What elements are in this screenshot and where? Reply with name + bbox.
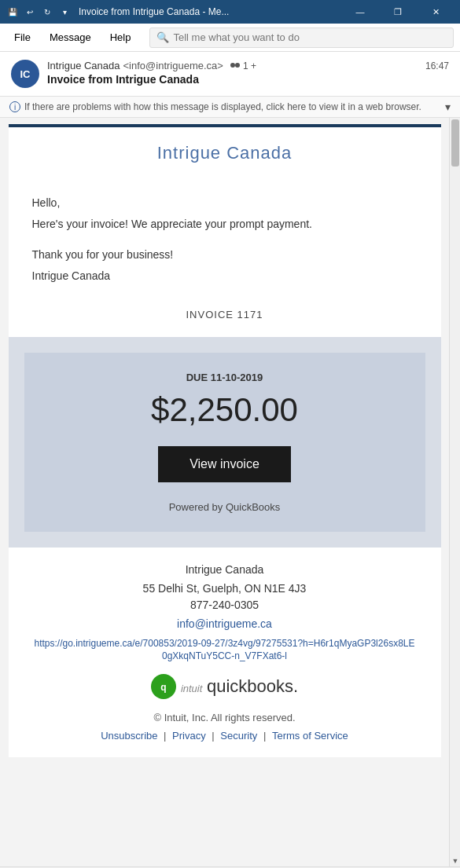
footer-link-container: https://go.intrigueme.ca/e/700853/2019-0… bbox=[32, 636, 418, 661]
window-title: Invoice from Intrigue Canada - Me... bbox=[79, 6, 342, 17]
search-icon: 🔍 bbox=[156, 31, 169, 43]
invoice-number: INVOICE 1171 bbox=[9, 305, 441, 324]
greeting: Hello, bbox=[32, 195, 418, 211]
footer-url-link[interactable]: https://go.intrigueme.ca/e/700853/2019-0… bbox=[34, 638, 414, 661]
info-bar-left: i If there are problems with how this me… bbox=[9, 101, 421, 112]
title-bar-icons: 💾 ↩ ↻ ▾ bbox=[6, 5, 71, 18]
invoice-inner: DUE 11-10-2019 $2,250.00 View invoice Po… bbox=[24, 353, 425, 532]
email-header: IC Intrigue Canada <info@intrigueme.ca> … bbox=[0, 52, 460, 97]
footer-company: Intrigue Canada bbox=[32, 563, 418, 576]
email-time: 16:47 bbox=[425, 60, 449, 71]
quickbooks-label: quickbooks. bbox=[207, 676, 298, 696]
qb-icon: q bbox=[151, 674, 176, 699]
invoice-amount: $2,250.00 bbox=[40, 391, 410, 429]
footer-address: 55 Delhi St, Guelph, ON N1E 4J3 bbox=[32, 582, 418, 595]
search-input[interactable] bbox=[173, 31, 447, 43]
message-menu[interactable]: Message bbox=[42, 28, 99, 46]
intuit-label: intuit bbox=[181, 683, 202, 694]
svg-point-0 bbox=[230, 63, 235, 68]
participants-icon: 1 + bbox=[230, 60, 256, 71]
sender-line: Intrigue Canada <info@intrigueme.ca> 1 +… bbox=[47, 60, 449, 71]
help-menu[interactable]: Help bbox=[102, 28, 139, 46]
view-invoice-button[interactable]: View invoice bbox=[158, 446, 291, 482]
refresh-icon[interactable]: ↻ bbox=[41, 5, 53, 18]
avatar: IC bbox=[11, 60, 39, 88]
invoice-box: DUE 11-10-2019 $2,250.00 View invoice Po… bbox=[9, 337, 441, 548]
participants-count: 1 + bbox=[243, 60, 256, 71]
scrollbar-thumb[interactable] bbox=[451, 119, 459, 167]
footer-info: Intrigue Canada 55 Delhi St, Guelph, ON … bbox=[9, 548, 441, 757]
more-icon[interactable]: ▾ bbox=[58, 5, 71, 18]
minimize-button[interactable]: — bbox=[342, 0, 378, 24]
separator-1: | bbox=[164, 730, 169, 742]
thank-you: Thank you for your business! bbox=[32, 247, 418, 263]
body-text: Here's your invoice! We appreciate your … bbox=[32, 216, 418, 233]
chevron-down-icon[interactable]: ▾ bbox=[445, 101, 451, 113]
sender-email: <info@intrigueme.ca> bbox=[123, 60, 223, 71]
info-message[interactable]: If there are problems with how this mess… bbox=[24, 101, 421, 112]
content-area: Intrigue Canada Hello, Here's your invoi… bbox=[0, 118, 460, 866]
window-controls: — ❐ ✕ bbox=[342, 0, 454, 24]
email-subject: Invoice from Intrigue Canada bbox=[47, 73, 449, 86]
scroll-down-arrow[interactable]: ▼ bbox=[450, 855, 460, 866]
footer-email-container: info@intrigueme.ca bbox=[32, 617, 418, 630]
save-icon[interactable]: 💾 bbox=[6, 5, 19, 18]
due-date: DUE 11-10-2019 bbox=[40, 372, 410, 383]
footer-phone: 877-240-0305 bbox=[32, 599, 418, 611]
search-bar[interactable]: 🔍 bbox=[149, 27, 454, 48]
undo-icon[interactable]: ↩ bbox=[24, 5, 36, 18]
company-name: Intrigue Canada bbox=[24, 143, 425, 163]
company-banner: Intrigue Canada bbox=[9, 124, 441, 179]
close-button[interactable]: ✕ bbox=[418, 0, 454, 24]
restore-button[interactable]: ❐ bbox=[380, 0, 416, 24]
quickbooks-text: intuit quickbooks. bbox=[181, 676, 298, 697]
separator-2: | bbox=[212, 730, 217, 742]
copyright: © Intuit, Inc. All rights reserved. bbox=[32, 712, 418, 723]
menu-bar: File Message Help 🔍 bbox=[0, 24, 460, 52]
file-menu[interactable]: File bbox=[6, 28, 39, 46]
email-content-wrapper: Intrigue Canada Hello, Here's your invoi… bbox=[9, 124, 441, 757]
info-icon: i bbox=[9, 101, 20, 112]
scrollbar-track[interactable]: ▲ ▼ bbox=[449, 118, 460, 866]
footer-links: Unsubscribe | Privacy | Security | Terms… bbox=[32, 730, 418, 742]
separator-3: | bbox=[263, 730, 269, 742]
terms-link[interactable]: Terms of Service bbox=[272, 730, 348, 742]
footer-email-link[interactable]: info@intrigueme.ca bbox=[177, 617, 272, 630]
unsubscribe-link[interactable]: Unsubscribe bbox=[101, 730, 157, 742]
quickbooks-logo: q intuit quickbooks. bbox=[32, 674, 418, 699]
email-text-section: Hello, Here's your invoice! We appreciat… bbox=[9, 179, 441, 305]
company-signoff: Intrigue Canada bbox=[32, 268, 418, 284]
svg-point-1 bbox=[235, 63, 240, 68]
email-header-content: Intrigue Canada <info@intrigueme.ca> 1 +… bbox=[47, 60, 449, 86]
info-bar: i If there are problems with how this me… bbox=[0, 97, 460, 118]
security-link[interactable]: Security bbox=[220, 730, 257, 742]
svg-text:q: q bbox=[160, 682, 166, 693]
powered-by: Powered by QuickBooks bbox=[40, 501, 410, 513]
email-body: Intrigue Canada Hello, Here's your invoi… bbox=[0, 118, 449, 866]
privacy-link[interactable]: Privacy bbox=[172, 730, 206, 742]
title-bar: 💾 ↩ ↻ ▾ Invoice from Intrigue Canada - M… bbox=[0, 0, 460, 24]
sender-name: Intrigue Canada bbox=[47, 60, 120, 71]
